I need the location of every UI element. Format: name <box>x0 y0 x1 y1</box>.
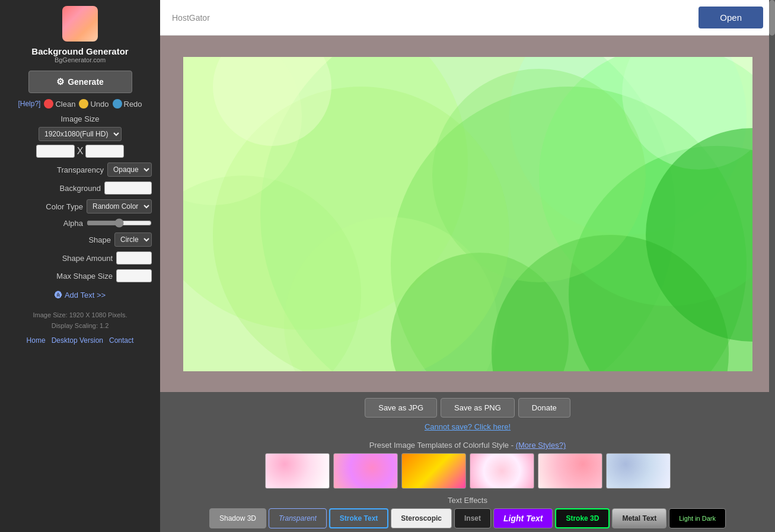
height-input[interactable]: 1080 <box>85 145 124 158</box>
preset-label: Preset Image Templates of Colorful Style… <box>166 441 769 450</box>
text-effect-button-6[interactable]: Stroke 3D <box>555 508 610 528</box>
redo-button[interactable]: Redo <box>113 99 142 109</box>
save-row: Save as JPG Save as PNG Donate <box>365 398 570 418</box>
clean-button[interactable]: Clean <box>44 99 75 109</box>
text-effect-button-8[interactable]: Light in Dark <box>669 508 726 528</box>
background-label: Background <box>60 184 101 193</box>
text-effects-section: Text Effects Shadow 3DTransparentStroke … <box>160 492 775 532</box>
preset-thumbs <box>166 453 769 489</box>
toolbar-row: [Help?] Clean Undo Redo <box>18 99 142 109</box>
text-effects-label: Text Effects <box>166 496 769 505</box>
canvas-area <box>160 36 775 392</box>
undo-icon <box>79 99 88 109</box>
help-link[interactable]: [Help?] <box>18 100 40 108</box>
footer-home[interactable]: Home <box>27 336 46 345</box>
width-input[interactable]: 1920 <box>36 145 75 158</box>
shape-select[interactable]: Circle <box>114 232 152 247</box>
bottom-controls: Save as JPG Save as PNG Donate Cannot sa… <box>160 392 775 437</box>
preset-section: Preset Image Templates of Colorful Style… <box>160 437 775 492</box>
shape-label: Shape <box>88 235 111 244</box>
max-shape-input[interactable]: 700 <box>116 269 152 282</box>
image-size-select[interactable]: 1920x1080(Full HD) <box>39 127 122 141</box>
preset-thumb-1[interactable] <box>265 453 330 489</box>
add-text-button[interactable]: 🅐 Add Text >> <box>0 291 160 300</box>
canvas-preview <box>183 57 752 371</box>
color-type-label: Color Type <box>46 202 83 211</box>
size-inputs: 1920 X 1080 <box>8 145 152 158</box>
background-row: Background FFFFFF <box>8 181 152 195</box>
color-type-select[interactable]: Random Color <box>87 199 152 214</box>
text-effect-button-3[interactable]: Steroscopic <box>391 508 452 528</box>
info-line1: Image Size: 1920 X 1080 Pixels. <box>33 311 127 318</box>
redo-icon <box>113 99 122 109</box>
scrollbar-thumb[interactable] <box>769 0 775 36</box>
preset-thumb-3[interactable] <box>401 453 466 489</box>
app-logo <box>62 6 98 42</box>
ad-text: HostGator <box>172 13 210 23</box>
text-effect-button-2[interactable]: Stroke Text <box>329 508 388 528</box>
svg-point-14 <box>432 69 646 282</box>
cannot-save-link[interactable]: Cannot save? Click here! <box>425 422 511 431</box>
shape-amount-row: Shape Amount 20 <box>8 251 152 265</box>
text-effects-row: Shadow 3DTransparentStroke TextSteroscop… <box>166 508 769 528</box>
background-input[interactable]: FFFFFF <box>104 181 152 195</box>
preset-thumb-6[interactable] <box>606 453 671 489</box>
main-area: HostGator Open <box>160 0 775 532</box>
scrollbar[interactable] <box>769 0 775 532</box>
app-title: Background Generator <box>31 46 128 56</box>
transparency-row: Transparency Opaque <box>8 163 152 177</box>
footer-desktop[interactable]: Desktop Version <box>52 336 103 345</box>
transparency-select[interactable]: Opaque <box>107 163 152 177</box>
generate-label: Generate <box>68 77 104 87</box>
transparency-label: Transparency <box>57 165 104 174</box>
max-shape-row: Max Shape Size 700 <box>8 269 152 282</box>
undo-button[interactable]: Undo <box>79 99 109 109</box>
text-effect-button-5[interactable]: Light Text <box>493 508 553 528</box>
shape-amount-input[interactable]: 20 <box>116 251 152 265</box>
ad-bar: HostGator Open <box>160 0 775 36</box>
donate-button[interactable]: Donate <box>518 398 570 418</box>
generate-button[interactable]: ⚙ Generate <box>28 71 132 93</box>
text-effect-button-7[interactable]: Metal Text <box>612 508 666 528</box>
open-button[interactable]: Open <box>699 7 763 28</box>
info-line2: Display Scaling: 1.2 <box>52 322 109 329</box>
text-effect-button-0[interactable]: Shadow 3D <box>209 508 266 528</box>
sidebar: Background Generator BgGenerator.com ⚙ G… <box>0 0 160 532</box>
image-size-label: Image Size <box>8 114 152 123</box>
preset-thumb-5[interactable] <box>538 453 602 489</box>
generate-icon: ⚙ <box>56 77 64 87</box>
alpha-slider[interactable] <box>87 218 152 228</box>
text-effect-button-1[interactable]: Transparent <box>269 508 327 528</box>
add-text-icon: 🅐 <box>55 291 62 300</box>
shape-row: Shape Circle <box>8 232 152 247</box>
preset-thumb-4[interactable] <box>470 453 534 489</box>
footer-links: Home Desktop Version Contact <box>27 336 134 345</box>
footer-contact[interactable]: Contact <box>109 336 133 345</box>
clean-icon <box>44 99 53 109</box>
app-subtitle: BgGenerator.com <box>55 56 106 63</box>
shape-amount-label: Shape Amount <box>62 254 113 263</box>
save-jpg-button[interactable]: Save as JPG <box>365 398 437 418</box>
max-shape-label: Max Shape Size <box>56 272 113 281</box>
more-styles-link[interactable]: (More Styles?) <box>516 441 566 450</box>
canvas-svg <box>183 57 752 371</box>
controls: Image Size 1920x1080(Full HD) 1920 X 108… <box>0 114 160 287</box>
text-effect-button-4[interactable]: Inset <box>454 508 491 528</box>
preset-thumb-2[interactable] <box>333 453 398 489</box>
save-png-button[interactable]: Save as PNG <box>441 398 515 418</box>
alpha-row: Alpha <box>8 218 152 228</box>
color-type-row: Color Type Random Color <box>8 199 152 214</box>
alpha-label: Alpha <box>63 219 83 228</box>
